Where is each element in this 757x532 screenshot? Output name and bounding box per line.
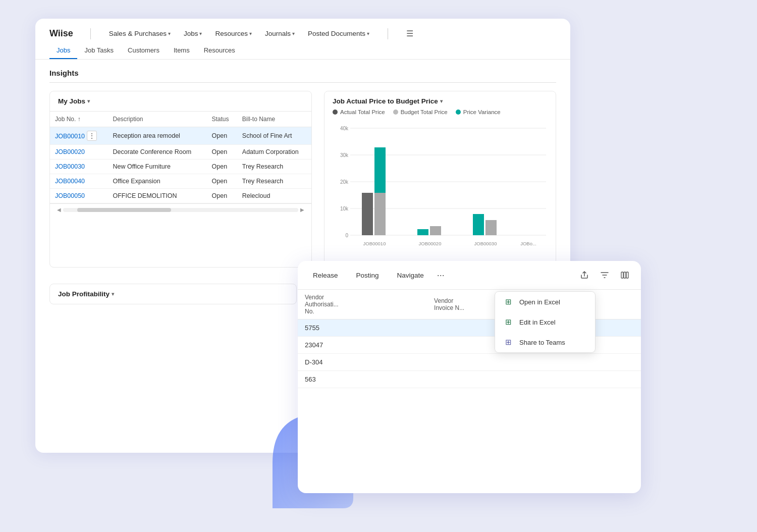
svg-text:40k: 40k	[340, 126, 349, 131]
dropdown-menu: ⊞ Open in Excel ⊞ Edit in Excel ⊞ Share …	[495, 291, 596, 353]
status-cell: Open	[207, 145, 237, 159]
extra-cell	[547, 354, 641, 371]
hamburger-icon[interactable]: ☰	[406, 29, 413, 38]
job-no-cell: JOB00010 ⋮	[50, 127, 107, 145]
columns-button[interactable]	[617, 267, 633, 283]
scrollbar-thumb	[77, 208, 171, 212]
job-no-cell: JOB00040	[50, 174, 107, 189]
scroll-right-icon[interactable]: ▶	[298, 207, 306, 212]
svg-text:20k: 20k	[340, 179, 349, 185]
job-link[interactable]: JOB00050	[55, 192, 85, 199]
content-row: My Jobs ▾ Job No. ↑ Description Status B…	[35, 91, 570, 268]
job-no-cell: JOB00030	[50, 159, 107, 174]
billto-cell: School of Fine Art	[237, 127, 311, 145]
popup-table-row[interactable]: 563	[298, 371, 641, 388]
svg-rect-13	[417, 229, 428, 235]
nav-item-posted-docs[interactable]: Posted Documents ▾	[303, 28, 374, 39]
my-jobs-header: My Jobs ▾	[50, 91, 311, 112]
toolbar-tab-release[interactable]: Release	[306, 269, 345, 282]
auth-no-cell: D-304	[298, 354, 427, 371]
jobs-table-wrap: Job No. ↑ Description Status Bill-to Nam…	[50, 112, 311, 203]
scrollbar-track[interactable]	[63, 208, 298, 212]
subnav-jobs[interactable]: Jobs	[49, 43, 77, 59]
job-link[interactable]: JOB00010	[55, 133, 85, 140]
main-container: Wiise Sales & Purchases ▾ Jobs ▾ Resourc…	[35, 19, 722, 513]
popup-table-row[interactable]: D-304	[298, 354, 641, 371]
job-profitability-header: Job Profitability ▾	[58, 290, 288, 298]
my-jobs-chevron[interactable]: ▾	[87, 98, 90, 104]
job-no-cell: JOB00050	[50, 189, 107, 203]
col-status[interactable]: Status	[207, 112, 237, 127]
scroll-left-icon[interactable]: ◀	[55, 207, 63, 212]
more-options-icon[interactable]: ···	[435, 270, 447, 281]
svg-rect-16	[485, 220, 497, 235]
chevron-down-icon: ▾	[168, 31, 171, 36]
desc-cell: Decorate Conference Room	[107, 145, 206, 159]
desc-cell: Office Expansion	[107, 174, 206, 189]
extra-cell	[547, 371, 641, 388]
svg-text:0: 0	[345, 233, 348, 238]
filter-button[interactable]	[597, 267, 613, 283]
chart-chevron[interactable]: ▾	[440, 98, 443, 104]
job-link[interactable]: JOB00030	[55, 163, 85, 170]
desc-cell: Reception area remodel	[107, 127, 206, 145]
teams-icon: ⊞	[503, 337, 513, 347]
legend-actual: Actual Total Price	[333, 109, 385, 115]
my-jobs-title: My Jobs	[58, 97, 85, 105]
excel-icon: ⊞	[503, 297, 513, 307]
table-row[interactable]: JOB00030 New Office Furniture Open Trey …	[50, 159, 311, 174]
popup-toolbar: Release Posting Navigate ···	[298, 261, 641, 290]
profitability-chevron[interactable]: ▾	[112, 291, 114, 297]
table-row[interactable]: JOB00010 ⋮ Reception area remodel Open S…	[50, 127, 311, 145]
edit-in-excel-button[interactable]: ⊞ Edit in Excel	[495, 312, 595, 332]
toolbar-tab-posting[interactable]: Posting	[349, 269, 386, 282]
billto-cell: Relecloud	[237, 189, 311, 203]
status-cell: Open	[207, 127, 237, 145]
svg-text:JOB00010: JOB00010	[363, 241, 386, 246]
nav-item-resources[interactable]: Resources ▾	[210, 28, 257, 39]
svg-text:JOB00030: JOB00030	[474, 241, 497, 246]
chevron-down-icon: ▾	[292, 31, 295, 36]
svg-rect-12	[374, 193, 386, 235]
col-billto[interactable]: Bill-to Name	[237, 112, 311, 127]
col-job-no[interactable]: Job No. ↑	[50, 112, 107, 127]
popup-card: Release Posting Navigate ···	[298, 261, 641, 493]
auth-no-cell: 5755	[298, 320, 427, 337]
table-row[interactable]: JOB00020 Decorate Conference Room Open A…	[50, 145, 311, 159]
nav-item-jobs[interactable]: Jobs ▾	[179, 28, 207, 39]
share-button[interactable]	[576, 267, 592, 283]
subnav-items[interactable]: Items	[167, 43, 197, 59]
row-menu-button[interactable]: ⋮	[87, 131, 97, 141]
job-link[interactable]: JOB00020	[55, 148, 85, 155]
excel-edit-icon: ⊞	[503, 317, 513, 327]
toolbar-tab-navigate[interactable]: Navigate	[390, 269, 431, 282]
nav-divider	[90, 28, 91, 39]
svg-text:30k: 30k	[340, 152, 349, 158]
table-row[interactable]: JOB00040 Office Expansion Open Trey Rese…	[50, 174, 311, 189]
columns-icon	[621, 271, 629, 279]
nav-item-sales[interactable]: Sales & Purchases ▾	[104, 28, 176, 39]
invoice-cell	[427, 354, 547, 371]
svg-rect-14	[430, 226, 441, 235]
job-no-cell: JOB00020	[50, 145, 107, 159]
svg-rect-10	[362, 193, 373, 235]
svg-rect-15	[473, 214, 484, 235]
legend-budget: Budget Total Price	[393, 109, 448, 115]
table-row[interactable]: JOB00050 OFFICE DEMOLITION Open Releclou…	[50, 189, 311, 203]
job-link[interactable]: JOB00040	[55, 178, 85, 185]
chart-title: Job Actual Price to Budget Price ▾	[325, 91, 556, 107]
open-in-excel-button[interactable]: ⊞ Open in Excel	[495, 292, 595, 312]
subnav-resources[interactable]: Resources	[197, 43, 242, 59]
svg-rect-21	[621, 272, 623, 278]
chevron-down-icon: ▾	[199, 31, 202, 36]
nav-item-journals[interactable]: Journals ▾	[260, 28, 300, 39]
chart-area: 40k 30k 20k 10k 0	[325, 120, 556, 263]
subnav-job-tasks[interactable]: Job Tasks	[77, 43, 121, 59]
popup-col-vendor-auth[interactable]: VendorAuthorisati...No.	[298, 290, 427, 320]
chevron-down-icon: ▾	[249, 31, 252, 36]
col-desc[interactable]: Description	[107, 112, 206, 127]
subnav-customers[interactable]: Customers	[121, 43, 167, 59]
share-to-teams-button[interactable]: ⊞ Share to Teams	[495, 332, 595, 352]
svg-text:JOBo...: JOBo...	[520, 241, 536, 246]
legend-dot-variance	[456, 110, 461, 115]
